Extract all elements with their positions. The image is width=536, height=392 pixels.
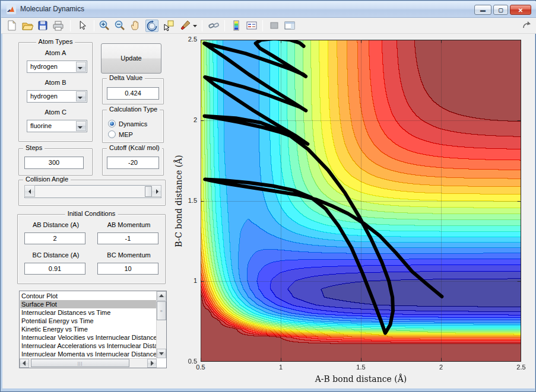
atom-b-value: hydrogen (30, 93, 58, 100)
toolbar-separator (70, 20, 71, 31)
zoom-in-icon[interactable] (99, 20, 112, 32)
atom-c-dropdown-button[interactable] (76, 121, 86, 131)
vertical-scrollbar[interactable]: ≡ (156, 291, 166, 358)
chevron-down-icon (78, 97, 83, 99)
dynamics-radio[interactable] (108, 120, 116, 128)
rotate-3d-icon[interactable] (145, 20, 158, 32)
horizontal-scroll-thumb[interactable]: ||| (31, 359, 129, 367)
atom-b-label: Atom B (18, 79, 93, 86)
edit-arrow-icon[interactable] (76, 20, 89, 32)
list-item[interactable]: Surface Plot (20, 300, 157, 308)
contour-plot[interactable] (201, 40, 521, 362)
brush-icon[interactable] (179, 20, 192, 32)
toolbar-separator (224, 20, 225, 31)
brush-dropdown-icon[interactable] (192, 20, 198, 32)
delta-value-field[interactable]: 0.424 (107, 87, 159, 100)
atom-c-label: Atom C (18, 109, 93, 116)
atom-c-select[interactable]: fluorine (27, 120, 87, 132)
bc-momentum-label: BC Momentum (93, 251, 164, 259)
scroll-down-button[interactable] (157, 349, 166, 358)
minimize-icon: ▬ (480, 7, 486, 13)
y-axis-label: B-C bond distance (Å) (174, 118, 183, 284)
atom-a-dropdown-button[interactable] (76, 62, 86, 72)
atom-c-value: fluorine (30, 122, 52, 129)
ab-momentum-field[interactable]: -1 (97, 232, 158, 244)
chevron-down-icon (78, 67, 83, 69)
update-button[interactable]: Update (101, 43, 161, 74)
toolbar-separator (94, 20, 94, 31)
slider-right-arrow[interactable] (151, 185, 161, 197)
list-item[interactable]: Kinetic Energy vs Time (20, 325, 157, 333)
print-icon[interactable] (52, 20, 65, 32)
list-item[interactable]: Internuclear Momenta vs Internuclear Dis… (20, 350, 157, 358)
new-figure-icon[interactable] (6, 20, 19, 32)
delta-value-title: Delta Value (107, 74, 145, 81)
title-bar[interactable]: Molecular Dynamics ▬ ▢ ✕ (1, 1, 536, 18)
mep-radio[interactable] (108, 130, 116, 138)
atom-a-label: Atom A (18, 49, 93, 56)
mep-radio-label: MEP (119, 131, 133, 138)
atom-a-value: hydrogen (30, 63, 58, 70)
chevron-down-icon (78, 126, 83, 129)
x-tick-label: 2.5 (509, 364, 533, 371)
collision-angle-title: Collision Angle (23, 176, 71, 183)
hide-plot-tools-icon[interactable] (268, 20, 281, 32)
insert-colorbar-icon[interactable] (230, 20, 243, 32)
zoom-out-icon[interactable] (114, 20, 127, 32)
x-tick-label: 1 (269, 364, 293, 371)
scroll-left-button[interactable] (20, 359, 29, 368)
y-tick-label: 2.5 (173, 36, 197, 43)
atom-b-dropdown-button[interactable] (76, 91, 86, 101)
toolbar-separator (262, 20, 263, 31)
list-item[interactable]: Potential Energy vs Time (20, 317, 157, 325)
show-plot-tools-icon[interactable] (284, 20, 297, 32)
x-axis-label: A-B bond distance (Å) (278, 374, 444, 384)
slider-left-arrow[interactable] (24, 185, 35, 197)
undock-icon[interactable] (521, 20, 534, 32)
minimize-button[interactable]: ▬ (474, 5, 491, 15)
list-item[interactable]: Contour Plot (20, 292, 157, 300)
slider-thumb[interactable] (145, 186, 152, 197)
y-tick-label: 0.5 (173, 358, 197, 365)
atom-b-select[interactable]: hydrogen (27, 90, 87, 103)
atom-types-title: Atom Types (36, 38, 75, 45)
dynamics-radio-label: Dynamics (119, 120, 147, 128)
bc-momentum-field[interactable]: 10 (97, 263, 158, 275)
steps-field[interactable]: 300 (24, 157, 84, 169)
initial-conditions-title: Initial Conditions (65, 210, 118, 217)
restore-icon: ▢ (498, 7, 503, 13)
app-window: Molecular Dynamics ▬ ▢ ✕ (0, 0, 536, 392)
restore-button[interactable]: ▢ (493, 5, 508, 15)
bc-distance-field[interactable]: 0.91 (24, 263, 85, 275)
plot-type-listbox[interactable]: Contour PlotSurface PlotInternuclear Dis… (19, 291, 167, 368)
close-icon: ✕ (518, 7, 523, 13)
pan-hand-icon[interactable] (129, 20, 142, 32)
ab-distance-field[interactable]: 2 (24, 232, 85, 244)
list-item[interactable]: Internuclear Distances vs Time (20, 308, 157, 317)
list-item[interactable]: Internuclear Velocities vs Internuclear … (20, 333, 157, 342)
close-button[interactable]: ✕ (510, 5, 531, 15)
figure-toolbar (1, 18, 536, 34)
list-item[interactable]: Internuclear Accelerations vs Internucle… (20, 342, 157, 350)
cutoff-title: Cutoff (Kcal/ mol) (107, 144, 162, 151)
toolbar-separator (202, 20, 202, 31)
steps-title: Steps (23, 144, 45, 151)
window-title: Molecular Dynamics (20, 5, 84, 13)
cutoff-field[interactable]: -20 (107, 157, 159, 169)
collision-angle-slider[interactable] (24, 185, 161, 198)
calculation-type-title: Calculation Type (107, 106, 160, 113)
atom-a-select[interactable]: hydrogen (27, 60, 87, 73)
open-file-icon[interactable] (21, 20, 34, 32)
bc-distance-label: BC Distance (A) (20, 251, 91, 259)
x-tick-label: 2 (429, 364, 453, 371)
data-cursor-icon[interactable] (163, 20, 176, 32)
ab-distance-label: AB Distance (A) (20, 221, 91, 228)
link-plot-icon[interactable] (208, 20, 221, 32)
vertical-scroll-thumb[interactable]: ≡ (157, 301, 166, 320)
scroll-right-button[interactable] (147, 359, 157, 368)
x-tick-label: 1.5 (349, 364, 373, 371)
horizontal-scrollbar[interactable]: ||| (20, 358, 157, 368)
scroll-up-button[interactable] (157, 291, 166, 301)
save-icon[interactable] (37, 20, 50, 32)
insert-legend-icon[interactable] (246, 20, 259, 32)
